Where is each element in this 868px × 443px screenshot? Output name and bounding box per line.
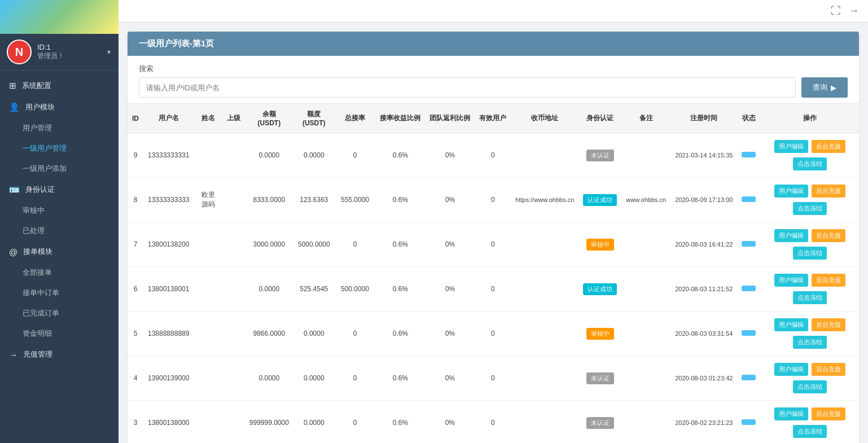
cell-remark <box>621 401 670 444</box>
btn-recharge-backend[interactable]: 后台充值 <box>812 318 845 331</box>
sidebar-subitem-all-orders[interactable]: 全部接单 <box>0 262 119 283</box>
cell-identity: 认证成功 <box>578 267 621 312</box>
sidebar-item-recharge-management[interactable]: → 充值管理 <box>0 344 119 365</box>
cell-valid-users: 0 <box>475 222 511 267</box>
cell-balance: 0.0000 <box>245 267 293 312</box>
btn-freeze-user[interactable]: 点击冻结 <box>793 157 827 170</box>
btn-recharge-backend[interactable]: 后台充值 <box>812 229 845 242</box>
action-cell: 用户编辑 后台充值 点击冻结 <box>765 183 854 216</box>
search-row: 查询 ▶ <box>139 77 848 98</box>
cell-register-time: 2021-03-14 14:15:35 <box>670 133 737 178</box>
col-quota: 额度(USDT) <box>293 104 335 133</box>
col-team-rebate: 团队返利比例 <box>425 104 475 133</box>
submenu-label-reviewing: 审核中 <box>23 205 45 216</box>
btn-recharge-backend[interactable]: 后台充值 <box>812 140 845 153</box>
cell-status: 正常 <box>737 401 760 444</box>
btn-edit-user[interactable]: 用户编辑 <box>774 318 808 331</box>
cell-actions: 用户编辑 后台充值 点击冻结 <box>760 401 859 444</box>
table-row: 8 13333333333 欧里源码 8333.0000 123.6363 55… <box>128 178 859 222</box>
cell-wallet <box>511 267 578 312</box>
sidebar-item-user-module[interactable]: 👤 用户模块 <box>0 97 119 118</box>
sidebar-item-identity-verify[interactable]: 🪪 身份认证 <box>0 179 119 200</box>
sidebar-subitem-fund-details[interactable]: 资金明细 <box>0 323 119 344</box>
cell-id: 4 <box>128 356 143 401</box>
sidebar-item-system-config[interactable]: ⊞ 系统配置 <box>0 75 119 97</box>
search-input[interactable] <box>139 77 796 98</box>
cell-status: 正常 <box>737 222 760 267</box>
btn-recharge-backend[interactable]: 后台充值 <box>812 185 845 198</box>
cell-actions: 用户编辑 后台充值 点击冻结 <box>760 222 859 267</box>
btn-freeze-user[interactable]: 点击冻结 <box>793 380 827 393</box>
cell-name <box>194 312 222 356</box>
table-row: 9 13333333331 0.0000 0.0000 0 0.6% 0% 0 … <box>128 133 859 178</box>
btn-freeze-user[interactable]: 点击冻结 <box>793 247 827 260</box>
sidebar-item-order-module[interactable]: @ 接单模块 <box>0 241 119 262</box>
btn-recharge-backend[interactable]: 后台充值 <box>812 274 845 287</box>
cell-team-rebate: 0% <box>425 133 475 178</box>
cell-quota: 0.0000 <box>293 133 335 178</box>
sidebar-subitem-pending-orders[interactable]: 接单中订单 <box>0 283 119 303</box>
submenu-label-processed: 已处理 <box>23 226 45 236</box>
expand-icon[interactable]: ⛶ <box>831 5 841 17</box>
profile-id: ID:1 <box>37 43 106 51</box>
cell-identity: 审核中 <box>578 312 621 356</box>
action-cell: 用户编辑 后台充值 点击冻结 <box>765 317 854 350</box>
sidebar: N ID:1 管理员！ ▼ ⊞ 系统配置 👤 用户模块 用户管理 一级用户管理 … <box>0 0 119 443</box>
cell-id: 6 <box>128 267 143 312</box>
cell-quota: 0.0000 <box>293 356 335 401</box>
btn-edit-user[interactable]: 用户编辑 <box>774 140 808 153</box>
table-header-row: ID 用户名 姓名 上级 余额(USDT) 额度(USDT) 总接率 接率收益比… <box>128 104 859 133</box>
cell-valid-users: 0 <box>475 267 511 312</box>
menu-label-user-module: 用户模块 <box>25 102 55 112</box>
cell-username: 13900139000 <box>143 356 194 401</box>
btn-freeze-user[interactable]: 点击冻结 <box>793 425 827 438</box>
btn-freeze-user[interactable]: 点击冻结 <box>793 202 827 215</box>
sidebar-subitem-user-management[interactable]: 用户管理 <box>0 118 119 138</box>
cell-name <box>194 356 222 401</box>
cell-id: 5 <box>128 312 143 356</box>
sidebar-subitem-reviewing[interactable]: 审核中 <box>0 200 119 221</box>
cell-quota: 0.0000 <box>293 401 335 444</box>
sidebar-subitem-completed-orders[interactable]: 已完成订单 <box>0 303 119 323</box>
submenu-label-first-level: 一级用户管理 <box>23 143 67 153</box>
cell-rate-return: 0.6% <box>375 222 425 267</box>
sidebar-subitem-first-level-user-add[interactable]: 一级用户添加 <box>0 159 119 179</box>
cell-username: 13800138000 <box>143 401 194 444</box>
cell-status: 正常 <box>737 133 760 178</box>
btn-freeze-user[interactable]: 点击冻结 <box>793 336 827 349</box>
user-icon: 👤 <box>9 102 20 112</box>
cell-remark <box>621 312 670 356</box>
cell-username: 13888888889 <box>143 312 194 356</box>
recharge-icon: → <box>9 350 17 359</box>
col-rate-return: 接率收益比例 <box>375 104 425 133</box>
btn-edit-user[interactable]: 用户编辑 <box>774 363 808 376</box>
sidebar-profile: N ID:1 管理员！ ▼ <box>0 34 119 71</box>
btn-edit-user[interactable]: 用户编辑 <box>774 274 808 287</box>
cell-username: 13800138001 <box>143 267 194 312</box>
cell-register-time: 2020-08-03 03:31:54 <box>670 312 737 356</box>
submenu-label-completed-orders: 已完成订单 <box>23 308 59 318</box>
cell-wallet: https://www.ohbbs.cn <box>511 178 578 222</box>
sidebar-subitem-processed[interactable]: 已处理 <box>0 221 119 241</box>
col-remark: 备注 <box>621 104 670 133</box>
cell-register-time: 2020-08-02 23:21:23 <box>670 401 737 444</box>
dropdown-icon[interactable]: ▼ <box>106 49 112 55</box>
arrow-right-icon[interactable]: → <box>849 5 859 17</box>
btn-edit-user[interactable]: 用户编辑 <box>774 407 808 420</box>
col-register-time: 注册时间 <box>670 104 737 133</box>
btn-edit-user[interactable]: 用户编辑 <box>774 185 808 198</box>
sidebar-subitem-first-level-user-management[interactable]: 一级用户管理 <box>0 138 119 159</box>
search-button[interactable]: 查询 ▶ <box>801 77 848 98</box>
cell-wallet <box>511 222 578 267</box>
btn-recharge-backend[interactable]: 后台充值 <box>812 407 845 420</box>
cell-register-time: 2020-08-03 11:21:52 <box>670 267 737 312</box>
btn-edit-user[interactable]: 用户编辑 <box>774 229 808 242</box>
btn-recharge-backend[interactable]: 后台充值 <box>812 363 845 376</box>
cell-remark <box>621 222 670 267</box>
btn-freeze-user[interactable]: 点击冻结 <box>793 291 827 304</box>
page-card: 一级用户列表-第1页 搜索 查询 ▶ ID 用户名 <box>128 32 859 443</box>
col-total-rate: 总接率 <box>335 104 376 133</box>
cell-quota: 123.6363 <box>293 178 335 222</box>
cell-status: 正常 <box>737 267 760 312</box>
cell-wallet <box>511 401 578 444</box>
